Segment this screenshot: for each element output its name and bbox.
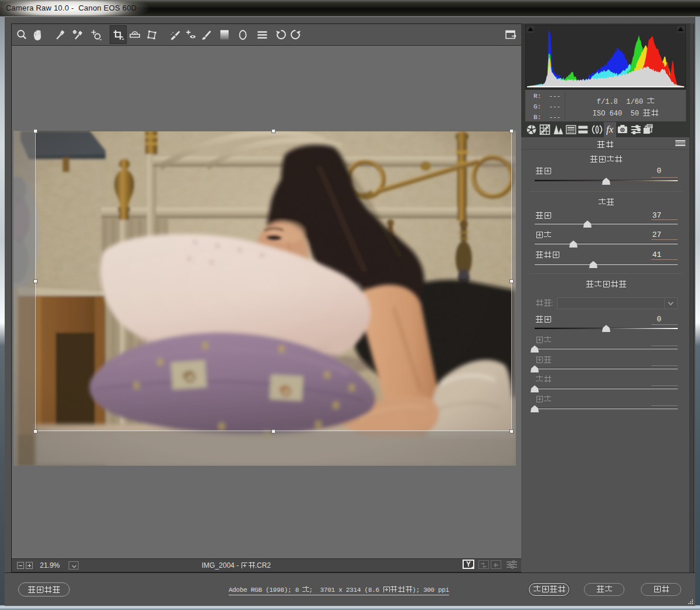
svg-text:fx: fx bbox=[606, 124, 614, 135]
